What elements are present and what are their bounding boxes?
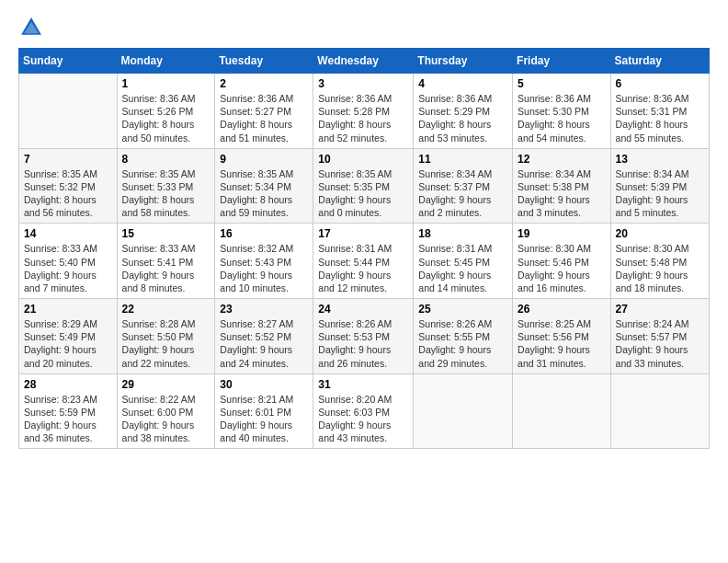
day-cell: 12Sunrise: 8:34 AM Sunset: 5:38 PM Dayli… bbox=[513, 148, 611, 224]
day-cell: 15Sunrise: 8:33 AM Sunset: 5:41 PM Dayli… bbox=[117, 224, 215, 299]
calendar-table: SundayMondayTuesdayWednesdayThursdayFrid… bbox=[18, 48, 710, 449]
day-number: 14 bbox=[24, 227, 112, 240]
header-cell-monday: Monday bbox=[117, 49, 215, 74]
day-cell: 14Sunrise: 8:33 AM Sunset: 5:40 PM Dayli… bbox=[19, 224, 118, 299]
day-info: Sunrise: 8:29 AM Sunset: 5:49 PM Dayligh… bbox=[24, 317, 112, 370]
day-info: Sunrise: 8:35 AM Sunset: 5:33 PM Dayligh… bbox=[122, 167, 210, 220]
day-info: Sunrise: 8:35 AM Sunset: 5:32 PM Dayligh… bbox=[24, 167, 112, 220]
day-number: 23 bbox=[220, 303, 308, 316]
day-number: 8 bbox=[122, 153, 210, 166]
week-row-1: 1Sunrise: 8:36 AM Sunset: 5:26 PM Daylig… bbox=[19, 74, 710, 149]
day-number: 21 bbox=[24, 303, 112, 316]
header-cell-saturday: Saturday bbox=[610, 49, 709, 74]
day-cell: 24Sunrise: 8:26 AM Sunset: 5:53 PM Dayli… bbox=[313, 299, 414, 374]
day-number: 7 bbox=[24, 153, 112, 166]
day-info: Sunrise: 8:34 AM Sunset: 5:38 PM Dayligh… bbox=[518, 167, 606, 220]
day-cell: 18Sunrise: 8:31 AM Sunset: 5:45 PM Dayli… bbox=[414, 224, 513, 299]
logo bbox=[18, 15, 48, 40]
day-info: Sunrise: 8:36 AM Sunset: 5:27 PM Dayligh… bbox=[220, 92, 308, 144]
day-cell: 9Sunrise: 8:35 AM Sunset: 5:34 PM Daylig… bbox=[215, 148, 313, 224]
day-cell: 22Sunrise: 8:28 AM Sunset: 5:50 PM Dayli… bbox=[117, 299, 215, 374]
day-cell: 7Sunrise: 8:35 AM Sunset: 5:32 PM Daylig… bbox=[19, 148, 118, 224]
day-number: 30 bbox=[220, 378, 308, 391]
header-cell-friday: Friday bbox=[513, 49, 611, 74]
day-info: Sunrise: 8:36 AM Sunset: 5:29 PM Dayligh… bbox=[418, 92, 507, 144]
day-number: 20 bbox=[616, 227, 704, 240]
day-cell: 11Sunrise: 8:34 AM Sunset: 5:37 PM Dayli… bbox=[414, 148, 513, 224]
day-info: Sunrise: 8:28 AM Sunset: 5:50 PM Dayligh… bbox=[122, 317, 210, 370]
day-info: Sunrise: 8:31 AM Sunset: 5:45 PM Dayligh… bbox=[418, 242, 507, 294]
day-info: Sunrise: 8:36 AM Sunset: 5:31 PM Dayligh… bbox=[616, 92, 704, 144]
day-cell: 30Sunrise: 8:21 AM Sunset: 6:01 PM Dayli… bbox=[215, 373, 313, 449]
day-cell: 8Sunrise: 8:35 AM Sunset: 5:33 PM Daylig… bbox=[117, 148, 215, 224]
day-number: 15 bbox=[122, 227, 210, 240]
day-number: 17 bbox=[318, 227, 408, 240]
day-number: 24 bbox=[318, 303, 408, 316]
day-number: 28 bbox=[24, 378, 112, 391]
week-row-4: 21Sunrise: 8:29 AM Sunset: 5:49 PM Dayli… bbox=[19, 299, 710, 374]
week-row-5: 28Sunrise: 8:23 AM Sunset: 5:59 PM Dayli… bbox=[19, 373, 710, 449]
day-number: 18 bbox=[418, 227, 507, 240]
day-info: Sunrise: 8:27 AM Sunset: 5:52 PM Dayligh… bbox=[220, 317, 308, 370]
page: SundayMondayTuesdayWednesdayThursdayFrid… bbox=[0, 0, 728, 563]
day-info: Sunrise: 8:34 AM Sunset: 5:39 PM Dayligh… bbox=[616, 167, 704, 220]
day-number: 31 bbox=[318, 378, 408, 391]
day-number: 9 bbox=[220, 153, 308, 166]
header-cell-wednesday: Wednesday bbox=[313, 49, 414, 74]
day-cell: 3Sunrise: 8:36 AM Sunset: 5:28 PM Daylig… bbox=[313, 74, 414, 149]
day-cell bbox=[414, 373, 513, 449]
day-number: 12 bbox=[518, 153, 606, 166]
header bbox=[18, 15, 710, 40]
day-cell bbox=[19, 74, 118, 149]
day-number: 5 bbox=[518, 77, 606, 90]
day-info: Sunrise: 8:20 AM Sunset: 6:03 PM Dayligh… bbox=[318, 393, 408, 445]
day-info: Sunrise: 8:22 AM Sunset: 6:00 PM Dayligh… bbox=[122, 393, 210, 445]
day-number: 4 bbox=[418, 77, 507, 90]
day-cell: 25Sunrise: 8:26 AM Sunset: 5:55 PM Dayli… bbox=[414, 299, 513, 374]
day-number: 2 bbox=[220, 77, 308, 90]
day-number: 3 bbox=[318, 77, 408, 90]
day-cell: 16Sunrise: 8:32 AM Sunset: 5:43 PM Dayli… bbox=[215, 224, 313, 299]
day-cell: 31Sunrise: 8:20 AM Sunset: 6:03 PM Dayli… bbox=[313, 373, 414, 449]
day-cell: 27Sunrise: 8:24 AM Sunset: 5:57 PM Dayli… bbox=[610, 299, 709, 374]
day-info: Sunrise: 8:31 AM Sunset: 5:44 PM Dayligh… bbox=[318, 242, 408, 294]
day-cell: 17Sunrise: 8:31 AM Sunset: 5:44 PM Dayli… bbox=[313, 224, 414, 299]
day-info: Sunrise: 8:35 AM Sunset: 5:35 PM Dayligh… bbox=[318, 167, 408, 220]
week-row-2: 7Sunrise: 8:35 AM Sunset: 5:32 PM Daylig… bbox=[19, 148, 710, 224]
day-number: 25 bbox=[418, 303, 507, 316]
day-info: Sunrise: 8:21 AM Sunset: 6:01 PM Dayligh… bbox=[220, 393, 308, 445]
day-cell: 19Sunrise: 8:30 AM Sunset: 5:46 PM Dayli… bbox=[513, 224, 611, 299]
day-number: 19 bbox=[518, 227, 606, 240]
day-cell: 20Sunrise: 8:30 AM Sunset: 5:48 PM Dayli… bbox=[610, 224, 709, 299]
day-number: 11 bbox=[418, 153, 507, 166]
day-number: 22 bbox=[122, 303, 210, 316]
day-cell: 29Sunrise: 8:22 AM Sunset: 6:00 PM Dayli… bbox=[117, 373, 215, 449]
day-number: 1 bbox=[122, 77, 210, 90]
day-info: Sunrise: 8:36 AM Sunset: 5:26 PM Dayligh… bbox=[122, 92, 210, 144]
day-cell: 21Sunrise: 8:29 AM Sunset: 5:49 PM Dayli… bbox=[19, 299, 118, 374]
day-cell: 23Sunrise: 8:27 AM Sunset: 5:52 PM Dayli… bbox=[215, 299, 313, 374]
day-number: 26 bbox=[518, 303, 606, 316]
day-cell: 4Sunrise: 8:36 AM Sunset: 5:29 PM Daylig… bbox=[414, 74, 513, 149]
day-info: Sunrise: 8:34 AM Sunset: 5:37 PM Dayligh… bbox=[418, 167, 507, 220]
day-info: Sunrise: 8:33 AM Sunset: 5:40 PM Dayligh… bbox=[24, 242, 112, 294]
day-number: 13 bbox=[616, 153, 704, 166]
day-cell: 6Sunrise: 8:36 AM Sunset: 5:31 PM Daylig… bbox=[610, 74, 709, 149]
header-cell-tuesday: Tuesday bbox=[215, 49, 313, 74]
calendar-body: 1Sunrise: 8:36 AM Sunset: 5:26 PM Daylig… bbox=[19, 74, 710, 449]
day-cell: 5Sunrise: 8:36 AM Sunset: 5:30 PM Daylig… bbox=[513, 74, 611, 149]
header-cell-sunday: Sunday bbox=[19, 49, 118, 74]
day-number: 16 bbox=[220, 227, 308, 240]
day-cell: 10Sunrise: 8:35 AM Sunset: 5:35 PM Dayli… bbox=[313, 148, 414, 224]
day-info: Sunrise: 8:26 AM Sunset: 5:53 PM Dayligh… bbox=[318, 317, 408, 370]
day-cell: 1Sunrise: 8:36 AM Sunset: 5:26 PM Daylig… bbox=[117, 74, 215, 149]
day-cell: 28Sunrise: 8:23 AM Sunset: 5:59 PM Dayli… bbox=[19, 373, 118, 449]
day-cell: 2Sunrise: 8:36 AM Sunset: 5:27 PM Daylig… bbox=[215, 74, 313, 149]
day-info: Sunrise: 8:35 AM Sunset: 5:34 PM Dayligh… bbox=[220, 167, 308, 220]
day-number: 10 bbox=[318, 153, 408, 166]
day-info: Sunrise: 8:36 AM Sunset: 5:28 PM Dayligh… bbox=[318, 92, 408, 144]
day-info: Sunrise: 8:30 AM Sunset: 5:48 PM Dayligh… bbox=[616, 242, 704, 294]
day-info: Sunrise: 8:30 AM Sunset: 5:46 PM Dayligh… bbox=[518, 242, 606, 294]
day-info: Sunrise: 8:25 AM Sunset: 5:56 PM Dayligh… bbox=[518, 317, 606, 370]
day-info: Sunrise: 8:33 AM Sunset: 5:41 PM Dayligh… bbox=[122, 242, 210, 294]
